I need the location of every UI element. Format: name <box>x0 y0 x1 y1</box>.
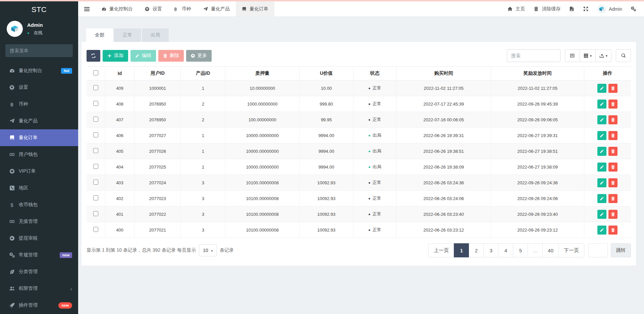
row-checkbox[interactable] <box>93 148 98 153</box>
row-checkbox[interactable] <box>93 211 98 216</box>
detail-view-button[interactable] <box>565 49 580 62</box>
delete-row-button[interactable] <box>608 194 618 203</box>
row-checkbox[interactable] <box>93 85 98 90</box>
topbar-tab-product[interactable]: 量化产品 <box>197 1 236 16</box>
sidebar-item-category[interactable]: 分类管理 <box>0 263 78 280</box>
delete-button[interactable]: 删除 <box>158 50 184 62</box>
hamburger-menu-icon[interactable] <box>78 1 96 16</box>
filter-tab-全部[interactable]: 全部 <box>86 28 113 42</box>
delete-row-button[interactable] <box>608 84 618 93</box>
topbar-tab-currency[interactable]: ฿币种 <box>168 1 197 16</box>
filter-tab-出局[interactable]: 出局 <box>142 28 169 42</box>
bitcoin-icon: ฿ <box>174 7 179 11</box>
sidebar-item-user-wallet[interactable]: 用户钱包 <box>0 146 78 163</box>
sidebar-item-order[interactable]: 量化订单 <box>0 129 78 146</box>
row-checkbox[interactable] <box>93 101 98 106</box>
sidebar-item-region[interactable]: 地区 <box>0 180 78 196</box>
edit-row-button[interactable] <box>597 115 606 124</box>
cell-reward-time: 2022-06-27 19:39:31 <box>491 128 584 143</box>
edit-row-button[interactable] <box>597 226 606 235</box>
topbar-tab-label: 量化产品 <box>211 6 230 12</box>
page-size-select[interactable]: 10 ▴ <box>199 244 217 256</box>
sidebar-item-currency[interactable]: ฿币种 <box>0 96 78 113</box>
page-button-下一页[interactable]: 下一页 <box>558 243 584 257</box>
status-badge: 正常 <box>373 101 381 106</box>
topbar-tab-order[interactable]: 量化订单 <box>236 1 274 16</box>
add-button[interactable]: 添加 <box>103 50 128 62</box>
sidebar-item-withdraw[interactable]: 提现审核 <box>0 230 78 247</box>
row-checkbox[interactable] <box>93 180 98 185</box>
page-button-5[interactable]: 5 <box>513 243 528 257</box>
sidebar-item-addon[interactable]: 插件管理new <box>0 297 78 314</box>
page-button-2[interactable]: 2 <box>469 243 484 257</box>
page-button-上一页[interactable]: 上一页 <box>428 243 454 257</box>
edit-row-button[interactable] <box>597 100 606 109</box>
sidebar-item-coin-wallet[interactable]: $收币钱包 <box>0 196 78 213</box>
edit-button[interactable]: 编辑 <box>130 50 156 62</box>
row-checkbox[interactable] <box>93 227 98 232</box>
columns-button[interactable]: ▾ <box>580 49 596 62</box>
sidebar-item-settings[interactable]: 设置 <box>0 79 78 96</box>
cell-user-id: 2077023 <box>135 191 181 206</box>
table-search-input[interactable] <box>507 49 560 62</box>
row-checkbox[interactable] <box>93 164 98 169</box>
edit-row-button[interactable] <box>597 84 606 93</box>
delete-row-button[interactable] <box>608 178 618 187</box>
filter-tab-正常[interactable]: 正常 <box>114 28 141 42</box>
topbar-tab-dashboard[interactable]: 量化控制台 <box>96 1 139 16</box>
delete-row-button[interactable] <box>608 210 618 219</box>
admin-menu[interactable]: Admin <box>593 1 627 16</box>
jump-page-input[interactable] <box>588 243 608 257</box>
topbar-tab-settings[interactable]: 设置 <box>139 1 168 16</box>
cell-product-id: 3 <box>181 175 225 191</box>
sidebar-search-input[interactable] <box>10 48 70 53</box>
more-button[interactable]: 更多 <box>186 50 212 62</box>
home-button[interactable]: 主页 <box>503 1 529 16</box>
page-button-4[interactable]: 4 <box>498 243 513 257</box>
edit-row-button[interactable] <box>597 131 606 140</box>
cell-id: 403 <box>105 175 135 191</box>
select-all-checkbox[interactable] <box>93 70 98 75</box>
edit-row-button[interactable] <box>597 194 606 203</box>
delete-row-button[interactable] <box>608 163 618 172</box>
delete-row-button[interactable] <box>608 131 618 140</box>
page-button-1[interactable]: 1 <box>454 243 469 257</box>
refresh-button[interactable] <box>87 50 100 62</box>
gear-icon <box>9 85 15 90</box>
row-checkbox[interactable] <box>93 117 98 122</box>
topbar-tab-label: 币种 <box>182 6 191 12</box>
language-file-button[interactable] <box>565 1 579 16</box>
edit-row-button[interactable] <box>597 210 606 219</box>
delete-row-button[interactable] <box>608 226 618 235</box>
edit-row-button[interactable] <box>597 178 606 187</box>
export-button[interactable]: ▾ <box>596 49 611 62</box>
settings-gears-button[interactable] <box>627 1 641 16</box>
row-checkbox[interactable] <box>93 195 98 200</box>
row-checkbox[interactable] <box>93 132 98 137</box>
delete-row-button[interactable] <box>608 100 618 109</box>
sidebar-item-auth[interactable]: 权限管理‹ <box>0 280 78 297</box>
page-button-40[interactable]: 40 <box>542 243 559 257</box>
clear-cache-button[interactable]: 清除缓存 <box>529 1 565 16</box>
sidebar-item-vip-order[interactable]: VIP订单 <box>0 163 78 180</box>
sidebar-item-product[interactable]: 量化产品 <box>0 113 78 129</box>
table-header: Id用户ID产品ID质押量U价值状态购买时间奖励发放时间操作 <box>87 67 631 80</box>
sidebar-item-dashboard[interactable]: 量化控制台hot <box>0 62 78 79</box>
delete-row-button[interactable] <box>608 115 618 124</box>
fullscreen-button[interactable] <box>579 1 593 16</box>
edit-row-button[interactable] <box>597 147 606 156</box>
search-toggle-button[interactable] <box>616 49 631 62</box>
jump-button[interactable]: 跳转 <box>611 243 631 257</box>
cell-reward-time: 2022-09-26 09:23:12 <box>491 222 584 238</box>
edit-row-button[interactable] <box>597 163 606 172</box>
caret-down-icon: ▾ <box>590 54 592 58</box>
cell-id: 406 <box>105 128 135 143</box>
cell-u-value: 9994.00 <box>300 159 354 175</box>
avatar[interactable] <box>7 21 23 37</box>
sidebar-item-general[interactable]: 常规管理new <box>0 247 78 263</box>
table-row: 4091000001110.0000000010.00●正常2022-11-02… <box>87 80 631 96</box>
cell-pledge: 10000.00000000 <box>225 128 300 143</box>
sidebar-item-recharge[interactable]: 充值管理 <box>0 213 78 230</box>
delete-row-button[interactable] <box>608 147 618 156</box>
page-button-3[interactable]: 3 <box>483 243 498 257</box>
